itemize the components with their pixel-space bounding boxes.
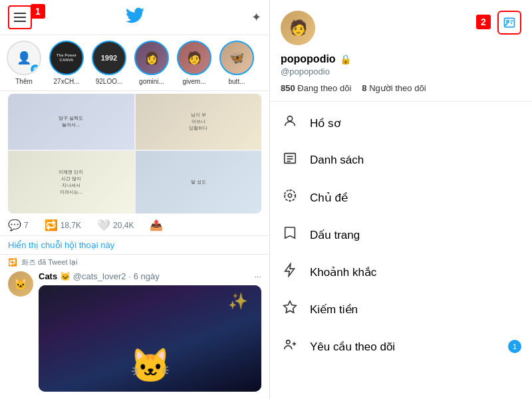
following-count: 850 bbox=[281, 83, 295, 93]
manga-cell-2: 님이 부어쓰나당황하다 bbox=[136, 94, 262, 150]
manga-cell-4: 말 성도 bbox=[136, 151, 262, 213]
retweet-indicator: 🔁 화즈 đã Tweet lại bbox=[0, 255, 269, 267]
story-avatar-3: 👩 bbox=[134, 41, 169, 75]
story-label-add: Thêm bbox=[15, 78, 33, 85]
menu-item-profile[interactable]: Hồ sơ bbox=[270, 104, 532, 142]
drawer-menu-list: Hồ sơ Danh sách bbox=[270, 104, 532, 399]
menu-item-lists[interactable]: Danh sách bbox=[270, 142, 532, 179]
follow-requests-icon bbox=[281, 337, 299, 356]
tweet-actions: 💬 7 🔁 18,7K 🤍 20,4K 📤 bbox=[8, 213, 261, 235]
menu-item-moments[interactable]: Khoảnh khắc bbox=[270, 253, 532, 291]
magic-fx: ✨ bbox=[228, 292, 248, 311]
retweet-action[interactable]: 🔁 18,7K bbox=[45, 219, 81, 231]
svg-point-4 bbox=[287, 116, 292, 121]
cat-tweet-handle: @cats_lover2 bbox=[73, 271, 126, 281]
menu-item-monetize[interactable]: Kiếm tiền bbox=[270, 291, 532, 328]
manga-cell-3: 이제엔 단지시간 많이지나셔서이러시는... bbox=[8, 151, 134, 213]
drawer-profile-avatar[interactable]: 🧑 bbox=[281, 11, 315, 45]
comment-icon: 💬 bbox=[8, 219, 21, 231]
hamburger-line-3 bbox=[14, 21, 26, 22]
menu-label-monetize: Kiếm tiền bbox=[310, 303, 521, 317]
story-avatar-1: The PowerCANVA bbox=[49, 41, 84, 75]
heart-icon: 🤍 bbox=[97, 219, 110, 231]
comment-action[interactable]: 💬 7 bbox=[8, 219, 29, 231]
cat-tweet-name: Cats 🐱 bbox=[39, 271, 70, 281]
retweet-count: 18,7K bbox=[61, 221, 81, 230]
contact-icon-button[interactable] bbox=[497, 11, 521, 35]
topics-icon bbox=[281, 188, 299, 207]
manga-image: 당구 실력도늘어서... 님이 부어쓰나당황하다 이제엔 단지시간 많이지나셔서… bbox=[8, 94, 261, 213]
tweet-area: 당구 실력도늘어서... 님이 부어쓰나당황하다 이제엔 단지시간 많이지나셔서… bbox=[0, 91, 269, 397]
menu-item-bookmarks[interactable]: Dấu trang bbox=[270, 216, 532, 253]
story-item-4[interactable]: 🧑 givem... bbox=[177, 41, 211, 85]
like-count: 20,4K bbox=[113, 221, 134, 230]
menu-label-follow-requests: Yêu cầu theo dõi bbox=[310, 340, 497, 354]
twitter-logo bbox=[126, 6, 144, 29]
story-label-3: gomini... bbox=[139, 78, 164, 85]
svg-marker-11 bbox=[284, 301, 296, 313]
sparkle-icon[interactable]: ✦ bbox=[251, 10, 261, 25]
right-panel: 🧑 2 popopodio 🔒 @popopodio 850 bbox=[270, 0, 532, 399]
svg-point-12 bbox=[287, 340, 291, 344]
left-panel: 1 ✦ 👤 + Thêm The PowerCANVA 27xCH... 199… bbox=[0, 0, 270, 399]
svg-point-1 bbox=[507, 21, 509, 23]
show-thread-link[interactable]: Hiển thị chuỗi hội thoại này bbox=[0, 236, 269, 255]
menu-item-topics[interactable]: Chủ đề bbox=[270, 179, 532, 216]
story-item-2[interactable]: 1992 92LOO... bbox=[92, 41, 126, 85]
story-item-1[interactable]: The PowerCANVA 27xCH... bbox=[49, 41, 84, 85]
cat-tweet-content: Cats 🐱 @cats_lover2 · 6 ngày ··· ✨ 🐱 bbox=[39, 271, 261, 392]
drawer-profile-info: popopodio 🔒 @popopodio 850 Đang theo dõi… bbox=[270, 51, 532, 98]
story-item-5[interactable]: 🦋 butt... bbox=[219, 41, 254, 85]
menu-label-bookmarks: Dấu trang bbox=[310, 228, 521, 242]
share-icon: 📤 bbox=[150, 219, 163, 231]
story-avatar-2: 1992 bbox=[92, 41, 126, 75]
retweet-by-label: 화즈 đã Tweet lại bbox=[21, 257, 77, 267]
profile-name-row: popopodio 🔒 bbox=[281, 53, 521, 65]
stories-row: 👤 + Thêm The PowerCANVA 27xCH... 1992 92… bbox=[0, 35, 269, 91]
share-action[interactable]: 📤 bbox=[150, 219, 163, 231]
story-item-add[interactable]: 👤 + Thêm bbox=[7, 41, 41, 85]
manga-tweet: 당구 실력도늘어서... 님이 부어쓰나당황하다 이제엔 단지시간 많이지나셔서… bbox=[0, 91, 269, 236]
retweet-icon-small: 🔁 bbox=[8, 258, 17, 267]
cat-tweet-avatar[interactable]: 🐱 bbox=[8, 271, 33, 297]
lists-icon bbox=[281, 151, 299, 170]
menu-label-lists: Danh sách bbox=[310, 154, 521, 167]
manga-cell-1: 당구 실력도늘어서... bbox=[8, 94, 134, 150]
hamburger-button[interactable] bbox=[8, 5, 32, 29]
cat-tweet-image: ✨ 🐱 bbox=[39, 285, 261, 392]
menu-item-follow-requests[interactable]: Yêu cầu theo dõi 1 bbox=[270, 328, 532, 365]
followers-label: Người theo dõi bbox=[369, 83, 426, 93]
add-plus-icon: + bbox=[29, 63, 41, 75]
moments-icon bbox=[281, 263, 299, 281]
menu-label-profile: Hồ sơ bbox=[310, 116, 521, 130]
cat-tweet-header: Cats 🐱 @cats_lover2 · 6 ngày ··· bbox=[39, 271, 261, 281]
retweet-icon: 🔁 bbox=[45, 219, 58, 231]
story-label-1: 27xCH... bbox=[54, 78, 80, 85]
story-label-2: 92LOO... bbox=[96, 78, 123, 85]
following-stat[interactable]: 850 Đang theo dõi bbox=[281, 83, 351, 93]
cat-tweet: 🐱 Cats 🐱 @cats_lover2 · 6 ngày ··· ✨ 🐱 bbox=[0, 267, 269, 396]
profile-handle: @popopodio bbox=[281, 66, 521, 76]
story-avatar-5: 🦋 bbox=[219, 41, 254, 75]
cat-icon: 🐱 bbox=[130, 346, 171, 385]
lock-icon: 🔒 bbox=[340, 54, 351, 65]
story-item-3[interactable]: 👩 gomini... bbox=[134, 41, 169, 85]
follow-requests-badge: 1 bbox=[508, 340, 521, 353]
menu-divider bbox=[270, 101, 532, 102]
drawer-top-right: 2 bbox=[497, 11, 521, 35]
story-avatar-add: 👤 + bbox=[7, 41, 41, 75]
profile-icon bbox=[281, 114, 299, 132]
tweet-more-button[interactable]: ··· bbox=[254, 271, 261, 281]
story-label-5: butt... bbox=[228, 78, 245, 85]
badge-1: 1 bbox=[31, 4, 45, 19]
story-avatar-4: 🧑 bbox=[177, 41, 211, 75]
followers-stat[interactable]: 8 Người theo dõi bbox=[362, 83, 426, 93]
profile-stats: 850 Đang theo dõi 8 Người theo dõi bbox=[281, 83, 521, 93]
comment-count: 7 bbox=[24, 221, 29, 230]
like-action[interactable]: 🤍 20,4K bbox=[97, 219, 134, 231]
story-label-4: givem... bbox=[182, 78, 205, 85]
followers-count: 8 bbox=[362, 83, 366, 93]
top-bar: 1 ✦ bbox=[0, 0, 269, 35]
bookmarks-icon bbox=[281, 225, 299, 244]
profile-display-name: popopodio bbox=[281, 53, 336, 65]
